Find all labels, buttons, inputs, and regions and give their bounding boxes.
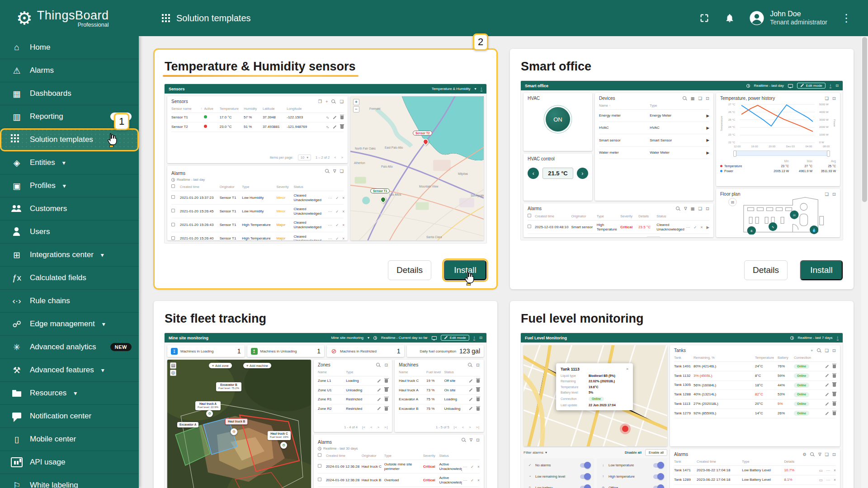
machine-map-label: Excavator A	[177, 422, 198, 427]
col-header: Type	[384, 454, 423, 458]
annotation-step-1-badge: 1	[114, 113, 129, 130]
col-header: Temperature	[755, 356, 778, 360]
kpi-value: 123 gal	[459, 347, 480, 355]
checkbox	[171, 236, 175, 240]
y-axis-tick: 23 °C	[724, 133, 735, 136]
sidebar-item-users[interactable]: Users ▾	[0, 221, 139, 244]
user-menu[interactable]: John Doe Tenant administrator	[749, 9, 827, 27]
devices-widget: Devices ▦❏⊡ Name ↑ Type	[595, 93, 713, 201]
sidebar-item-resources[interactable]: Resources ▾	[0, 382, 139, 405]
kebab-menu-icon[interactable]: ⋮	[841, 13, 852, 23]
fuel-level-preview-image: Fuel Level Monitoring Realtime - last 7 …	[521, 333, 843, 488]
timewindow-label: Realtime - Current day so far	[381, 336, 428, 340]
clear-icon: ×	[342, 223, 344, 227]
sidebar-item-icon: ⌂	[11, 42, 23, 53]
checkbox	[318, 453, 321, 457]
details-button[interactable]: Details	[388, 260, 431, 280]
more-icon: ⋯	[328, 209, 332, 214]
sidebar-item-advanced-analytics[interactable]: ✳ Advanced analytics NEW ▾	[0, 336, 139, 359]
sidebar-item-icon: ◈	[11, 157, 23, 168]
sidebar-item-dashboards[interactable]: ▦ Dashboards ▾	[0, 82, 139, 105]
svg-text:▤: ▤	[731, 200, 734, 204]
target-temperature: 21.5 °C	[542, 168, 573, 179]
sidebar-item-edge-management[interactable]: ☍ Edge management ▾	[0, 313, 139, 336]
comment-icon: ▭	[819, 478, 823, 482]
y-axis-tick: 3000 W	[819, 118, 832, 121]
col-header: Originator	[362, 454, 384, 458]
dashboard-selector: Temperature & Humidity	[432, 87, 471, 91]
sidebar-item-notification-center[interactable]: Notification center ▾	[0, 405, 139, 428]
checkbox	[528, 225, 531, 228]
download-icon: ↓	[473, 335, 476, 340]
more-icon: ⋯	[686, 225, 690, 230]
alarm-toggle-row: ◔ Low remaining level	[528, 471, 590, 482]
toggle-switch	[580, 474, 590, 479]
page-scrollbar[interactable]	[861, 36, 868, 488]
toggle-switch	[653, 474, 663, 479]
sensor-t1-map-label: Sensor T1	[370, 188, 390, 193]
brand-name: ThingsBoard	[37, 9, 109, 23]
col-header: Fuel level	[426, 370, 444, 374]
sidebar-item-profiles[interactable]: ▣ Profiles ▾	[0, 174, 139, 197]
kpi-value: 1	[317, 347, 321, 355]
col-header: Name	[399, 370, 426, 374]
edit-icon	[825, 374, 829, 378]
alarm-toggle-row: ↑ High temperature	[601, 471, 663, 482]
alarm-row: 2024-01-09 12:36:28 Haul truck B Overloa…	[318, 474, 480, 487]
checkbox	[171, 184, 175, 188]
fullscreen-icon[interactable]	[698, 12, 710, 24]
map-city-label: Santa Clara	[426, 235, 442, 239]
edit-icon	[469, 398, 472, 401]
delete-icon	[476, 388, 480, 392]
sidebar-item-home[interactable]: ⌂ Home ▾	[0, 36, 139, 59]
clear-icon: ×	[700, 225, 703, 230]
machine-map-label: Haul truck AFuel level: 22.9%	[195, 401, 221, 410]
page-size-select: 10▾	[298, 155, 311, 160]
legend-col-avg: Avg	[812, 160, 836, 163]
sidebar-item-advanced-features[interactable]: ⚒ Advanced features ▾	[0, 359, 139, 382]
sidebar-item-white-labeling[interactable]: ⚐ White labeling ▾	[0, 474, 139, 488]
sidebar-item-integrations-center[interactable]: ⊞ Integrations center ▾	[0, 244, 139, 267]
map-layers-button: ▤	[170, 362, 176, 369]
add-icon: +	[811, 348, 813, 353]
map-zoom-out-button: −	[353, 106, 359, 113]
sidebar-item-entities[interactable]: ◈ Entities ▾	[0, 151, 139, 174]
sidebar-item-label: Advanced features	[30, 366, 94, 375]
settings-icon: ⚙	[803, 452, 807, 457]
notifications-bell-icon[interactable]	[724, 12, 736, 24]
sidebar-item-calculated-fields[interactable]: ƒx Calculated fields ▾	[0, 267, 139, 290]
ack-icon: ✓	[335, 223, 339, 227]
card-title: Fuel level monitoring	[521, 312, 644, 326]
sidebar-item-alarms[interactable]: ⚠ Alarms ▾	[0, 59, 139, 82]
sidebar-item-mobile-center[interactable]: ▯ Mobile center ▾	[0, 428, 139, 451]
scrollbar-thumb[interactable]	[862, 37, 867, 202]
edit-icon	[377, 379, 381, 383]
card-title: Smart office	[521, 60, 591, 74]
details-button[interactable]: Details	[744, 260, 788, 280]
sidebar-item-label: Profiles	[30, 181, 56, 190]
col-header: Battery	[778, 356, 794, 360]
delete-icon	[340, 125, 344, 129]
tank-row: Tank 1288 40% (13214L) 82°C 53% Online	[674, 390, 836, 399]
tanks-widget: Tanks +❏⊡ Tank Remaining, % Temperature …	[670, 345, 840, 446]
sidebar-item-rule-chains[interactable]: ‹·› Rule chains ▾	[0, 290, 139, 313]
filter-alarms-label: Filter alarms	[524, 450, 543, 455]
col-header: Status	[444, 370, 463, 374]
delete-icon	[833, 393, 836, 396]
brand-subtitle: Professional	[37, 22, 109, 28]
alarm-filters-panel: Filter alarms▾ Disable all Enable all ✓	[524, 449, 667, 488]
preview-dashboard-title: Mine site monitoring	[169, 336, 208, 340]
sensor-row: Sensor T2 23.0 °C 51 % 37.493881 -121.94…	[171, 122, 344, 132]
toggle-label: Low remaining level	[535, 474, 565, 479]
map-city-label: North Fair Oaks	[355, 147, 376, 150]
sidebar-item-api-usage[interactable]: API usage ▾	[0, 451, 139, 474]
clock-icon	[746, 84, 750, 88]
severity-value: Critical	[620, 225, 638, 230]
brand-logo[interactable]: ⚙ ThingsBoard Professional	[16, 9, 134, 28]
delete-icon	[833, 412, 836, 415]
sensor-t2-map-label: Sensor T2	[413, 131, 432, 136]
sidebar-item-customers[interactable]: Customers ▾	[0, 197, 139, 221]
connection-chip: Online	[794, 411, 809, 416]
filter-icon: ∇	[818, 452, 821, 457]
install-button[interactable]: Install	[800, 260, 843, 280]
